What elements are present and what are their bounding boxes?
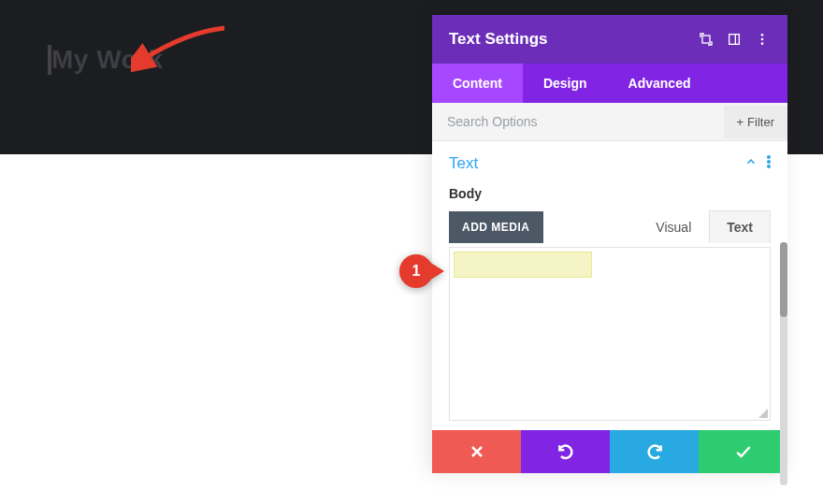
panel-scrollbar[interactable] — [780, 242, 787, 485]
cancel-button[interactable] — [432, 430, 521, 473]
plus-icon: + — [737, 115, 744, 129]
svg-point-7 — [767, 160, 771, 164]
search-row: + Filter — [432, 103, 787, 141]
svg-point-3 — [761, 34, 764, 36]
callout-pointer-icon — [429, 262, 444, 281]
panel-tabs: Content Design Advanced — [432, 64, 787, 103]
resize-handle-icon[interactable] — [757, 407, 768, 418]
settings-panel: Text Settings Content Design Advanced + … — [432, 15, 787, 473]
panel-header: Text Settings — [432, 15, 787, 64]
filter-button[interactable]: + Filter — [724, 106, 787, 138]
svg-rect-0 — [702, 36, 710, 43]
svg-point-4 — [761, 38, 764, 41]
annotation-callout: 1 — [399, 254, 444, 288]
action-bar — [432, 430, 787, 473]
tab-design[interactable]: Design — [523, 64, 608, 103]
svg-point-8 — [767, 165, 771, 168]
chevron-up-icon[interactable] — [744, 155, 758, 172]
expand-icon[interactable] — [698, 31, 715, 48]
section-title: Text — [449, 154, 744, 173]
tab-content[interactable]: Content — [432, 64, 523, 103]
snap-icon[interactable] — [726, 31, 743, 48]
editor-tab-visual[interactable]: Visual — [638, 210, 709, 243]
filter-label: Filter — [747, 115, 774, 129]
panel-title: Text Settings — [449, 30, 686, 49]
undo-button[interactable] — [521, 430, 610, 473]
svg-point-5 — [761, 42, 764, 45]
more-icon[interactable] — [754, 31, 771, 48]
svg-point-6 — [767, 155, 771, 159]
html-editor[interactable] — [450, 248, 770, 416]
save-button[interactable] — [699, 430, 787, 473]
annotation-arrow — [131, 21, 234, 72]
add-media-button[interactable]: ADD MEDIA — [449, 211, 543, 243]
body-label: Body — [449, 186, 771, 201]
editor-wrap — [449, 247, 771, 421]
body-area: Body ADD MEDIA Visual Text — [432, 179, 787, 425]
svg-rect-1 — [729, 35, 740, 45]
search-input[interactable] — [432, 103, 724, 140]
tab-advanced[interactable]: Advanced — [608, 64, 712, 103]
callout-number: 1 — [399, 254, 433, 288]
section-header[interactable]: Text — [432, 141, 787, 179]
redo-button[interactable] — [610, 430, 699, 473]
section-more-icon[interactable] — [767, 155, 771, 172]
editor-tab-text[interactable]: Text — [709, 210, 771, 243]
